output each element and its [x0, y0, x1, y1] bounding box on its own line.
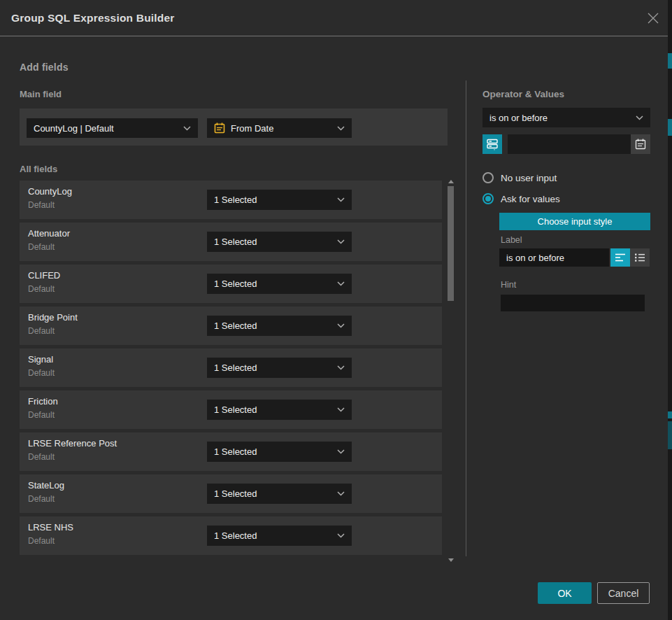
- field-selected-dropdown[interactable]: 1 Selected: [207, 232, 352, 252]
- field-sublabel: Default: [28, 452, 55, 462]
- field-list-item: Attenuator Default 1 Selected: [20, 223, 442, 261]
- field-selected-value: 1 Selected: [214, 404, 333, 415]
- single-line-style-button[interactable]: [610, 248, 630, 267]
- scrollbar-thumb[interactable]: [448, 186, 454, 301]
- main-layer-dropdown-value: CountyLog | Default: [34, 123, 179, 134]
- radio-selected-icon: [482, 193, 494, 204]
- main-field-dropdown-value: From Date: [231, 123, 333, 134]
- field-name: CountyLog: [28, 186, 72, 197]
- field-name: Attenuator: [28, 228, 70, 239]
- align-left-icon: [615, 253, 626, 262]
- field-name: Signal: [28, 354, 53, 365]
- radio-ask-for-values[interactable]: Ask for values: [482, 192, 560, 205]
- list-icon: [634, 253, 645, 262]
- field-sublabel: Default: [28, 368, 55, 378]
- field-selected-dropdown[interactable]: 1 Selected: [207, 526, 352, 546]
- operator-dropdown-value: is on or before: [489, 113, 631, 123]
- radio-ask-for-values-label: Ask for values: [501, 194, 560, 204]
- operator-values-heading: Operator & Values: [482, 89, 564, 99]
- chevron-down-icon: [337, 239, 345, 244]
- field-list-item: StateLog Default 1 Selected: [20, 474, 442, 513]
- hint-input[interactable]: [501, 295, 645, 311]
- main-field-dropdown[interactable]: From Date: [207, 118, 352, 138]
- chevron-down-icon: [337, 126, 345, 131]
- panel-divider: [466, 80, 466, 556]
- chevron-down-icon: [636, 115, 643, 120]
- field-sublabel: Default: [28, 242, 55, 252]
- field-sublabel: Default: [28, 326, 55, 336]
- field-selected-dropdown[interactable]: 1 Selected: [207, 442, 352, 462]
- choose-input-style-button[interactable]: Choose input style: [499, 213, 650, 230]
- chevron-down-icon: [337, 365, 345, 370]
- field-sublabel: Default: [28, 284, 55, 294]
- main-field-heading: Main field: [20, 89, 62, 99]
- field-selected-value: 1 Selected: [214, 279, 333, 289]
- close-icon[interactable]: [646, 11, 660, 25]
- field-name: LRSE Reference Post: [28, 438, 117, 449]
- radio-circle-icon: [482, 172, 494, 183]
- field-selected-value: 1 Selected: [214, 195, 333, 205]
- field-sublabel: Default: [28, 410, 55, 420]
- screen: Group SQL Expression Builder Add fields …: [0, 0, 672, 620]
- field-list-item: LRSE NHS Default 1 Selected: [20, 516, 442, 555]
- field-selected-dropdown[interactable]: 1 Selected: [207, 190, 352, 210]
- date-picker-button[interactable]: [631, 134, 650, 154]
- field-list-item: CLIFED Default 1 Selected: [20, 265, 442, 303]
- chevron-down-icon: [183, 126, 191, 131]
- chevron-down-icon: [337, 449, 345, 454]
- chevron-down-icon: [337, 533, 345, 538]
- stacked-values-icon: [486, 138, 499, 150]
- field-name: StateLog: [28, 480, 64, 491]
- all-fields-heading: All fields: [20, 164, 57, 174]
- value-input[interactable]: [508, 134, 631, 154]
- field-selected-dropdown[interactable]: 1 Selected: [207, 400, 352, 420]
- dialog-titlebar: Group SQL Expression Builder: [0, 0, 668, 36]
- background-app-strip: [668, 0, 672, 620]
- field-sublabel: Default: [28, 536, 55, 546]
- field-list-item: Friction Default 1 Selected: [20, 390, 442, 429]
- label-input[interactable]: [499, 248, 609, 267]
- field-selected-value: 1 Selected: [214, 446, 333, 457]
- label-heading: Label: [501, 235, 522, 245]
- chevron-down-icon: [337, 407, 345, 412]
- field-name: Friction: [28, 396, 58, 407]
- field-selected-value: 1 Selected: [214, 362, 333, 373]
- radio-no-user-input-label: No user input: [501, 173, 557, 183]
- chevron-down-icon: [337, 197, 345, 202]
- main-layer-dropdown[interactable]: CountyLog | Default: [27, 118, 198, 138]
- chevron-down-icon: [337, 491, 345, 496]
- field-selected-dropdown[interactable]: 1 Selected: [207, 316, 352, 336]
- chevron-down-icon: [337, 281, 345, 286]
- field-name: Bridge Point: [28, 312, 78, 323]
- field-list-item: Bridge Point Default 1 Selected: [20, 307, 442, 345]
- field-selected-dropdown[interactable]: 1 Selected: [207, 484, 352, 504]
- field-selected-dropdown[interactable]: 1 Selected: [207, 274, 352, 294]
- group-sql-expression-builder-dialog: Group SQL Expression Builder Add fields …: [0, 0, 668, 620]
- field-name: CLIFED: [28, 270, 60, 281]
- list-style-button[interactable]: [630, 248, 650, 267]
- field-name: LRSE NHS: [28, 522, 73, 533]
- field-selected-value: 1 Selected: [214, 488, 333, 499]
- chevron-down-icon: [337, 323, 345, 328]
- calendar-icon: [635, 139, 646, 150]
- calendar-icon: [214, 122, 225, 134]
- scrollbar-up-arrow-icon[interactable]: [448, 180, 454, 183]
- dialog-title: Group SQL Expression Builder: [11, 0, 175, 36]
- add-fields-heading: Add fields: [20, 62, 69, 73]
- field-sublabel: Default: [28, 200, 55, 210]
- field-selected-dropdown[interactable]: 1 Selected: [207, 358, 352, 378]
- field-selected-value: 1 Selected: [214, 320, 333, 331]
- unique-values-button[interactable]: [482, 134, 502, 154]
- cancel-button[interactable]: Cancel: [597, 582, 650, 604]
- hint-heading: Hint: [501, 280, 516, 290]
- operator-dropdown[interactable]: is on or before: [482, 108, 650, 127]
- field-selected-value: 1 Selected: [214, 237, 333, 247]
- field-selected-value: 1 Selected: [214, 530, 333, 541]
- field-sublabel: Default: [28, 494, 55, 504]
- radio-no-user-input[interactable]: No user input: [482, 171, 557, 184]
- field-list-item: CountyLog Default 1 Selected: [20, 181, 442, 219]
- field-list-item: LRSE Reference Post Default 1 Selected: [20, 432, 442, 471]
- ok-button[interactable]: OK: [538, 582, 592, 604]
- field-list-item: Signal Default 1 Selected: [20, 348, 442, 387]
- scrollbar-down-arrow-icon[interactable]: [448, 558, 454, 562]
